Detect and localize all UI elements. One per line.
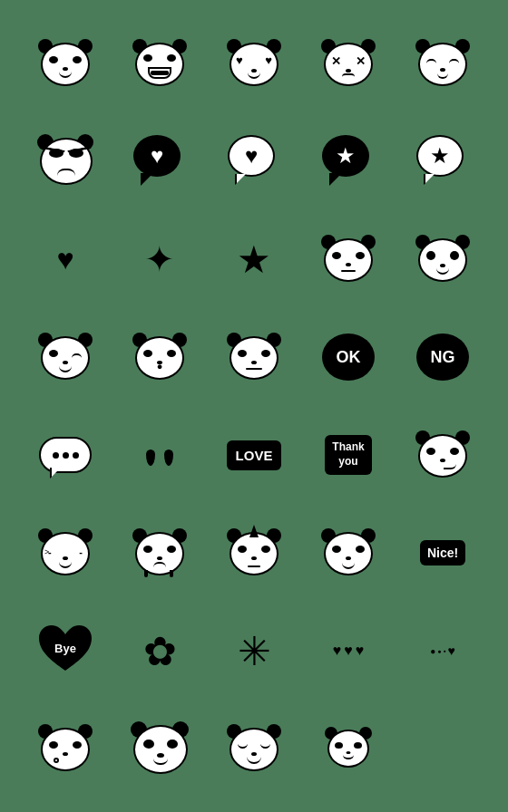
panda-grin-icon bbox=[132, 39, 187, 89]
dot-1 bbox=[53, 452, 59, 459]
cell-badge-ok: OK bbox=[305, 312, 392, 402]
panda-x-eyes-icon: ✕ ✕ bbox=[321, 39, 376, 89]
cell-mini-hearts: ♥ ♥ ♥ bbox=[305, 605, 392, 696]
star-solid-icon: ★ bbox=[237, 237, 271, 282]
love-label: LOVE bbox=[236, 448, 273, 463]
panda-flat-icon bbox=[321, 235, 376, 285]
teardrop-2 bbox=[164, 450, 173, 466]
heart-black-icon: ♥ bbox=[57, 243, 74, 276]
mini-heart-2: ♥ bbox=[344, 643, 353, 659]
teardrops-icon bbox=[143, 450, 176, 466]
ng-badge-icon: NG bbox=[416, 334, 469, 381]
cell-panda-happy bbox=[210, 703, 298, 794]
love-badge-icon: LOVE bbox=[227, 440, 282, 470]
cell-flower: ✿ bbox=[116, 605, 203, 696]
thankyou-badge-icon: Thank you bbox=[325, 435, 371, 474]
dots-bubble-icon bbox=[39, 437, 92, 473]
panda-sad-icon bbox=[132, 528, 187, 578]
cell-heart-small: ♥ bbox=[22, 214, 109, 304]
bye-heart-svg: Bye bbox=[37, 624, 93, 674]
cell-love-badge: LOVE bbox=[210, 410, 298, 500]
teardrop-1 bbox=[146, 450, 155, 466]
asterisk-icon: ✳ bbox=[238, 628, 271, 674]
panda-droopy-icon bbox=[321, 528, 376, 578]
panda-wink-icon bbox=[38, 333, 93, 382]
cell-panda-kiss: ● bbox=[116, 312, 203, 402]
nice-badge-icon: Nice! bbox=[420, 540, 465, 566]
mini-hearts-icon: ♥ ♥ ♥ bbox=[333, 643, 365, 659]
panda-blank-big-icon bbox=[131, 721, 189, 776]
cell-asterisk: ✳ bbox=[210, 605, 298, 696]
cell-bubble-star-black: ★ bbox=[305, 116, 392, 207]
bubble-heart-white-icon: ♥ bbox=[228, 135, 280, 188]
cell-panda-unicorn bbox=[210, 508, 298, 598]
panda-happy-icon bbox=[227, 724, 281, 774]
dot-small-2: ● bbox=[437, 648, 441, 654]
cell-panda-droopy bbox=[305, 508, 392, 598]
cell-bye-badge: Bye bbox=[22, 605, 109, 696]
cell-bubble-star-white: ★ bbox=[399, 116, 486, 207]
cell-bubble-heart-white: ♥ bbox=[210, 116, 298, 207]
cell-panda-smirk bbox=[399, 410, 486, 500]
mini-heart-1: ♥ bbox=[333, 643, 342, 659]
panda-normal-icon bbox=[38, 39, 93, 89]
cell-panda-open bbox=[399, 214, 486, 304]
dot-small-1: ● bbox=[430, 646, 435, 656]
cell-panda-heart-eyes: ♥ ♥ bbox=[210, 18, 298, 109]
cell-star-outline: ✦ bbox=[116, 214, 203, 304]
panda-grumpy-icon bbox=[37, 134, 93, 188]
svg-text:Bye: Bye bbox=[54, 642, 76, 655]
cell-star-solid: ★ bbox=[210, 214, 298, 304]
panda-squint-icon: - - > bbox=[38, 528, 93, 578]
dots-heart-icon: ● ● ● ♥ bbox=[430, 643, 455, 658]
cell-panda-blank-big bbox=[116, 703, 203, 794]
dot-2 bbox=[63, 452, 69, 459]
panda-kiss-icon: ● bbox=[132, 333, 187, 382]
small-heart: ♥ bbox=[448, 643, 455, 658]
panda-unicorn-icon bbox=[227, 528, 281, 578]
cell-panda-grin bbox=[116, 18, 203, 109]
cell-panda-tiny bbox=[305, 703, 392, 794]
cell-panda-normal bbox=[22, 18, 109, 109]
cell-panda-squint: - - > bbox=[22, 508, 109, 598]
panda-smirk-icon bbox=[415, 430, 470, 480]
cell-panda-think bbox=[22, 703, 109, 794]
cell-thankyou-badge: Thank you bbox=[305, 410, 392, 500]
panda-open-icon bbox=[415, 235, 470, 285]
cell-panda-grumpy bbox=[22, 116, 109, 207]
cell-panda-sleepy bbox=[399, 18, 486, 109]
cell-panda-flat bbox=[305, 214, 392, 304]
mini-heart-3: ♥ bbox=[356, 643, 365, 659]
panda-expressionless-icon bbox=[227, 333, 281, 382]
cell-dots-heart: ● ● ● ♥ bbox=[399, 605, 486, 696]
panda-sleepy-icon bbox=[415, 39, 470, 89]
bubble-star-black-icon: ★ bbox=[322, 135, 375, 188]
cell-badge-ng: NG bbox=[399, 312, 486, 402]
cell-dots-bubble bbox=[22, 410, 109, 500]
nice-label: Nice! bbox=[427, 546, 458, 560]
panda-heart-eyes-icon: ♥ ♥ bbox=[227, 39, 281, 89]
ng-label: NG bbox=[431, 348, 455, 367]
cell-panda-sad bbox=[116, 508, 203, 598]
bye-heart-icon: Bye bbox=[37, 624, 93, 678]
thankyou-line1: Thank bbox=[332, 440, 364, 453]
star-outline-icon: ✦ bbox=[144, 238, 175, 280]
emoji-grid: ♥ ♥ ✕ ✕ bbox=[4, 0, 504, 812]
panda-tiny-icon bbox=[325, 727, 372, 770]
cell-panda-wink bbox=[22, 312, 109, 402]
cell-panda-x-eyes: ✕ ✕ bbox=[305, 18, 392, 109]
cell-nice-badge: Nice! bbox=[399, 508, 486, 598]
cell-panda-expressionless bbox=[210, 312, 298, 402]
bubble-star-white-icon: ★ bbox=[416, 135, 469, 188]
panda-think-icon bbox=[38, 724, 93, 774]
dot-small-3: ● bbox=[443, 648, 445, 653]
ok-label: OK bbox=[337, 348, 361, 367]
cell-bubble-heart-black: ♥ bbox=[116, 116, 203, 207]
flower-icon: ✿ bbox=[143, 628, 177, 674]
dot-3 bbox=[73, 452, 79, 459]
ok-badge-icon: OK bbox=[322, 334, 375, 381]
thankyou-line2: you bbox=[338, 455, 357, 468]
bubble-heart-black-icon: ♥ bbox=[133, 135, 186, 188]
cell-teardrops bbox=[116, 410, 203, 500]
